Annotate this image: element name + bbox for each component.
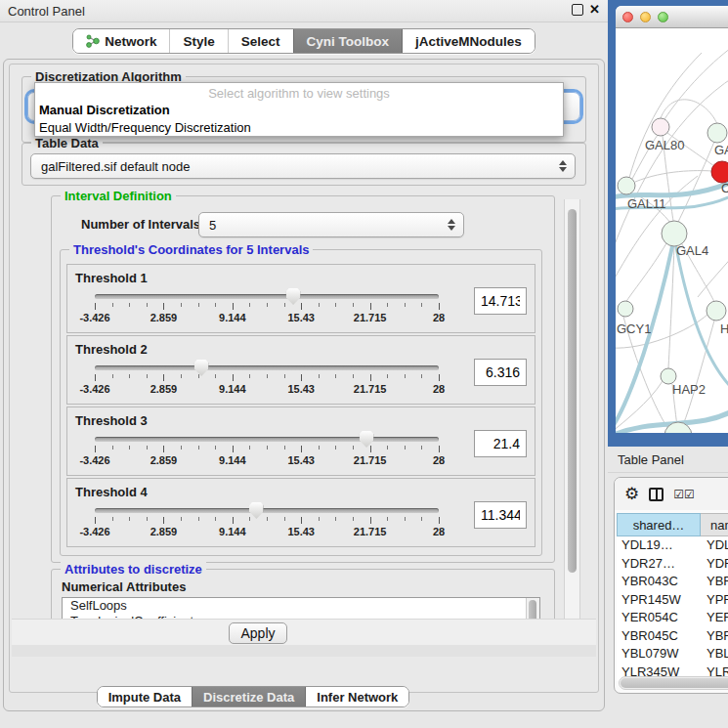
tick-label: 21.715	[354, 383, 387, 395]
cell-shared-name: YBR045C	[617, 627, 701, 646]
network-thick-edge	[616, 246, 672, 428]
column-header-name[interactable]: name	[701, 513, 728, 536]
network-canvas[interactable]: GAL80GACGAL11GAL4GCY1HHAP2	[616, 27, 728, 433]
attribute-list-item[interactable]: SelfLoops	[63, 598, 539, 614]
slider-track[interactable]	[95, 508, 439, 513]
table-data-label: Table Data	[31, 136, 103, 150]
tab-infer-network[interactable]: Infer Network	[305, 687, 408, 707]
checked-boxes-icon[interactable]: ☑☑	[673, 488, 695, 501]
threshold-slider[interactable]: -3.4262.8599.14415.4321.71528	[95, 359, 439, 394]
network-icon	[86, 34, 100, 48]
cell-name: YDL19	[701, 536, 728, 555]
settings-scrollpane: Interval Definition Number of Intervals …	[12, 188, 596, 655]
table-row[interactable]: YBL079WYBL07	[617, 645, 728, 664]
tab-network[interactable]: Network	[73, 29, 169, 53]
threshold-panel: Threshold 4 -3.4262.8599.14415.4321.7152…	[66, 478, 535, 547]
threshold-label: Threshold 1	[75, 271, 527, 285]
threshold-slider[interactable]: -3.4262.8599.14415.4321.71528	[95, 430, 439, 465]
tab-discretize-data[interactable]: Discretize Data	[192, 687, 305, 707]
tick-label: 28	[433, 526, 445, 537]
tab-impute-data[interactable]: Impute Data	[98, 687, 192, 707]
cell-shared-name: YDR27…	[617, 555, 701, 574]
tab-select[interactable]: Select	[228, 29, 293, 53]
network-node[interactable]	[707, 301, 726, 321]
table-row[interactable]: YDR27…YDR27	[617, 555, 728, 574]
thresholds-group: Threshold's Coordinates for 5 Intervals …	[60, 249, 542, 556]
cell-name: YBL07	[701, 645, 728, 664]
table-hscrollbar-thumb[interactable]	[621, 678, 728, 688]
slider-tick-labels: -3.4262.8599.14415.4321.71528	[95, 383, 439, 395]
zoom-traffic-light[interactable]	[658, 12, 668, 22]
tab-label: Infer Network	[317, 690, 398, 705]
network-view-inner: GAL80GACGAL11GAL4GCY1HHAP2	[616, 6, 728, 433]
algorithm-dropdown-popup: Select algorithm to view settings Manual…	[34, 82, 564, 137]
cell-shared-name: YBL079W	[617, 645, 701, 664]
cell-name: YPR14	[701, 591, 728, 610]
tab-style[interactable]: Style	[169, 29, 227, 53]
table-row[interactable]: YBR043CYBR04	[617, 573, 728, 591]
network-node[interactable]	[711, 161, 728, 183]
table-row[interactable]: YPR145WYPR14	[617, 591, 728, 610]
dropdown-option-manual[interactable]: Manual Discretization	[35, 102, 563, 119]
dropdown-option-equal-width[interactable]: Equal Width/Frequency Discretization	[35, 119, 563, 137]
control-panel: Control Panel ✕ NetworkStyleSelectCyni T…	[0, 0, 608, 728]
tick-label: 9.144	[219, 312, 246, 323]
threshold-slider[interactable]: -3.4262.8599.14415.4321.71528	[95, 501, 439, 536]
bottom-tab-bar: Impute DataDiscretize DataInfer Network	[0, 686, 553, 707]
threshold-slider[interactable]: -3.4262.8599.14415.4321.71528	[95, 287, 439, 322]
network-node[interactable]	[652, 118, 669, 136]
table-data-combobox[interactable]: galFiltered.sif default node	[30, 153, 576, 179]
cell-shared-name: YDL19…	[617, 536, 701, 555]
attributes-group-label: Attributes to discretize	[61, 562, 206, 577]
network-node[interactable]	[707, 123, 727, 143]
number-of-intervals-spinner[interactable]: 5	[198, 212, 464, 237]
minimize-traffic-light[interactable]	[640, 12, 651, 22]
table-row[interactable]: YDL19…YDL19	[617, 536, 728, 555]
threshold-value-field[interactable]	[474, 359, 527, 386]
cell-name: YER05	[701, 609, 728, 627]
tick-label: 9.144	[219, 526, 246, 537]
slider-track[interactable]	[95, 365, 439, 370]
table-data-group: Table Data galFiltered.sif default node	[21, 143, 586, 186]
panel-scrollbar[interactable]	[564, 199, 580, 647]
dropdown-prompt-item[interactable]: Select algorithm to view settings	[35, 85, 563, 102]
network-node-label: GAL80	[645, 138, 684, 152]
panel-scrollbar-thumb[interactable]	[568, 209, 577, 573]
slider-tick-labels: -3.4262.8599.14415.4321.71528	[95, 526, 439, 537]
apply-button[interactable]: Apply	[229, 622, 287, 644]
threshold-value-field[interactable]	[474, 430, 527, 457]
table-row[interactable]: YBR045CYBR04	[617, 627, 728, 646]
table-panel-header: Table Panel	[608, 447, 728, 473]
control-panel-titlebar: Control Panel ✕	[0, 0, 608, 22]
column-header-shared-name[interactable]: shared…	[617, 513, 701, 536]
node-table: shared… name YDL19…YDL19YDR27…YDR27YBR04…	[617, 513, 728, 693]
tick-label: 21.715	[354, 526, 387, 537]
tick-label: -3.426	[79, 312, 109, 323]
columns-icon[interactable]	[649, 488, 664, 501]
close-icon[interactable]: ✕	[589, 3, 600, 17]
network-node[interactable]	[618, 301, 633, 317]
gear-icon[interactable]: ⚙	[624, 486, 639, 502]
slider-track[interactable]	[95, 437, 439, 442]
tab-label: jActiveMNodules	[415, 34, 522, 49]
threshold-label: Threshold 3	[75, 413, 527, 428]
number-of-intervals-value: 5	[209, 218, 216, 233]
tab-cyni-toolbox[interactable]: Cyni Toolbox	[293, 29, 403, 53]
tick-label: 2.859	[150, 312, 178, 323]
tab-label: Style	[183, 34, 214, 49]
tick-label: 2.859	[150, 383, 178, 395]
float-window-icon[interactable]	[572, 4, 583, 16]
tick-label: -3.426	[79, 454, 109, 466]
tab-jactivemnodules[interactable]: jActiveMNodules	[402, 29, 535, 53]
threshold-value-field[interactable]	[474, 501, 527, 529]
table-hscrollbar[interactable]	[619, 676, 728, 690]
threshold-list: Threshold 1 -3.4262.8599.14415.4321.7152…	[61, 260, 541, 551]
network-node[interactable]	[618, 177, 635, 194]
tick-label: -3.426	[79, 383, 109, 395]
close-traffic-light[interactable]	[622, 12, 633, 22]
table-data-selected: galFiltered.sif default node	[41, 159, 190, 174]
table-row[interactable]: YER054CYER05	[617, 609, 728, 627]
slider-track[interactable]	[95, 294, 439, 299]
threshold-value-field[interactable]	[474, 287, 527, 315]
network-node-label: H	[720, 321, 728, 336]
